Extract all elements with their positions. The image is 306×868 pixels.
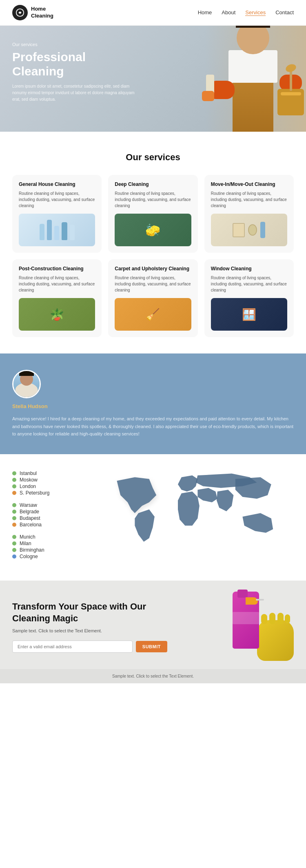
service-card-img-4: 🧹 (115, 298, 191, 331)
email-input[interactable] (12, 641, 133, 653)
location-istanbul: Istanbul (12, 470, 69, 476)
cta-form: SUBMIT (12, 641, 167, 653)
footer-text: Sample text. Click to select the Text El… (112, 674, 194, 678)
trigger (246, 597, 258, 605)
location-name-spetersburg: S. Petersburg (20, 490, 49, 496)
bottle-5 (70, 225, 75, 240)
locations-section: Istanbul Moskow London S. Petersburg War… (0, 454, 306, 581)
location-name-cologne: Cologne (20, 554, 38, 559)
brush-head (285, 63, 297, 73)
location-dot-cologne (12, 554, 16, 559)
location-dot-spetersburg (12, 491, 16, 495)
locations-list: Istanbul Moskow London S. Petersburg War… (0, 470, 82, 564)
location-dot-warsaw (12, 503, 16, 507)
location-name-istanbul: Istanbul (20, 470, 37, 476)
postconstruction-icon: 🪴 (50, 308, 64, 321)
testimonial-section: Stella Hudson Amazing service! I hired f… (0, 353, 306, 454)
location-name-birminghan: Birminghan (20, 547, 44, 553)
window-icon: 🪟 (242, 308, 256, 321)
australia (242, 513, 273, 532)
location-milan: Milan (12, 541, 69, 546)
cloth (202, 91, 214, 101)
cta-section: Transform Your Space with Our Cleaning M… (0, 581, 306, 669)
nav-services[interactable]: Services (245, 9, 266, 16)
world-map (94, 466, 298, 556)
finger-2 (269, 613, 275, 624)
shirt (228, 50, 277, 83)
service-card-movein: Move-In/Move-Out Cleaning Routine cleani… (204, 175, 294, 253)
location-dot-milan (12, 541, 16, 546)
service-card-title-0: General House Cleaning (19, 181, 95, 187)
world-map-svg (94, 466, 298, 556)
hair (236, 26, 270, 28)
hero-title: Professional Cleaning (12, 50, 135, 78)
cta-image (184, 588, 306, 669)
service-card-title-4: Carpet and Upholstery Cleaning (115, 266, 191, 272)
yellow-glove (257, 620, 294, 661)
service-card-img-0 (19, 214, 95, 246)
service-card-window: Window Cleaning Routine cleaning of livi… (204, 259, 294, 337)
hero-content: Our services Professional Cleaning Lorem… (12, 42, 135, 103)
service-card-title-5: Window Cleaning (211, 266, 287, 272)
bottle-2 (47, 220, 52, 240)
cta-description: Sample text. Click to select the Text El… (12, 628, 167, 633)
cleaning-bottles (36, 216, 78, 243)
location-name-budapest: Budapest (20, 515, 40, 521)
north-america (117, 477, 156, 513)
location-belgrade: Belgrade (12, 509, 69, 515)
bottle-label (233, 612, 259, 624)
avatar-wrapper (12, 370, 41, 398)
location-spetersburg: S. Petersburg (12, 490, 69, 496)
nav-contact[interactable]: Contact (275, 9, 294, 16)
submit-button[interactable]: SUBMIT (136, 641, 167, 652)
location-name-belgrade: Belgrade (20, 509, 39, 515)
hero-section: Our services Professional Cleaning Lorem… (0, 26, 306, 132)
service-card-desc-4: Routine cleaning of living spaces, inclu… (115, 275, 191, 293)
carpet-icon: 🧹 (146, 308, 160, 321)
location-budapest: Budapest (12, 515, 69, 521)
service-card-desc-3: Routine cleaning of living spaces, inclu… (19, 275, 95, 293)
service-card-img-1: 🧽 (115, 214, 191, 246)
location-name-moskow: Moskow (20, 477, 38, 483)
service-card-img-3: 🪴 (19, 298, 95, 331)
nav-home[interactable]: Home (198, 9, 212, 16)
location-dot-istanbul (12, 471, 16, 475)
location-name-munich: Munich (20, 534, 35, 540)
brand-name: Home Cleaning (31, 6, 53, 20)
service-card-deep: Deep Cleaning Routine cleaning of living… (108, 175, 197, 253)
bottle-neck (237, 590, 248, 598)
service-card-postconstruction: Post-Construction Cleaning Routine clean… (12, 259, 102, 337)
south-america (135, 510, 154, 542)
logo-icon (12, 5, 28, 20)
service-card-title-3: Post-Construction Cleaning (19, 266, 95, 272)
footer-note: Sample text. Click to select the Text El… (0, 669, 306, 683)
sponge (248, 224, 257, 236)
location-moskow: Moskow (12, 477, 69, 483)
services-section: Our services General House Cleaning Rout… (0, 132, 306, 353)
location-name-warsaw: Warsaw (20, 502, 37, 508)
location-name-london: London (20, 484, 36, 489)
spray (260, 222, 265, 238)
europe (178, 475, 197, 492)
avatar-hair (19, 370, 34, 376)
cleaner-illustration (200, 26, 306, 132)
service-card-title-2: Move-In/Move-Out Cleaning (211, 181, 287, 187)
services-grid: General House Cleaning Routine cleaning … (12, 175, 294, 337)
hero-image (138, 26, 306, 132)
location-dot-moskow (12, 478, 16, 482)
location-group-1: Warsaw Belgrade Budapest Barcelona (12, 502, 69, 528)
service-card-general: General House Cleaning Routine cleaning … (12, 175, 102, 253)
testimonial-name: Stella Hudson (12, 403, 294, 409)
service-card-desc-1: Routine cleaning of living spaces, inclu… (115, 190, 191, 209)
location-name-barcelona: Barcelona (20, 522, 42, 528)
service-card-desc-2: Routine cleaning of living spaces, inclu… (211, 190, 287, 209)
nav-about[interactable]: About (222, 9, 235, 16)
location-barcelona: Barcelona (12, 522, 69, 528)
location-munich: Munich (12, 534, 69, 540)
cta-title: Transform Your Space with Our Cleaning M… (12, 601, 167, 624)
location-dot-barcelona (12, 523, 16, 527)
header: Home Cleaning Home About Services Contac… (0, 0, 306, 26)
location-group-2: Munich Milan Birminghan Cologne (12, 534, 69, 560)
bottle-3 (54, 226, 59, 240)
location-dot-birminghan (12, 548, 16, 552)
